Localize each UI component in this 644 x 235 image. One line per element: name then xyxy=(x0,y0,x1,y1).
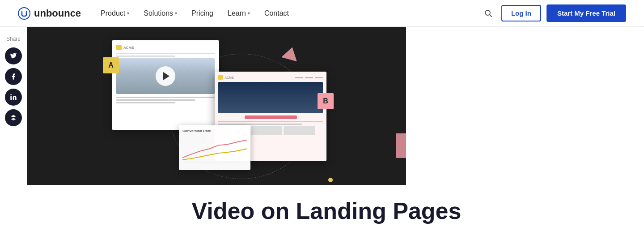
mockup-b-nav xyxy=(236,77,323,78)
unbounce-logo-icon xyxy=(18,7,30,20)
video-background: ↺ ACME xyxy=(27,27,406,185)
mockup-b-nav-item-2 xyxy=(305,77,313,78)
nav-learn-label: Learn xyxy=(228,9,246,17)
mockup-b-text-2 xyxy=(218,124,302,125)
mockup-a-text-2 xyxy=(116,99,195,101)
mockup-a: ACME xyxy=(112,40,219,130)
nav-item-solutions[interactable]: Solutions ▾ xyxy=(138,6,182,21)
nav-item-learn[interactable]: Learn ▾ xyxy=(222,6,255,21)
mockup-a-text-1 xyxy=(116,97,215,98)
deco-pink-triangle xyxy=(281,45,300,61)
deco-pink-rect-bottom xyxy=(396,133,406,158)
facebook-icon xyxy=(10,73,17,80)
mockup-b-house xyxy=(218,82,323,113)
navbar-left: unbounce Product ▾ Solutions ▾ Pricing L… xyxy=(18,6,294,21)
mockup-b-badge: B xyxy=(318,93,334,109)
login-button[interactable]: Log In xyxy=(501,5,541,21)
nav-solutions-label: Solutions xyxy=(144,9,173,17)
nav-item-contact[interactable]: Contact xyxy=(259,6,294,21)
mockup-b-text-1 xyxy=(218,121,323,122)
navbar-right: Log In Start My Free Trial xyxy=(481,4,626,22)
mockup-b-header: ACME xyxy=(218,75,323,80)
linkedin-icon xyxy=(10,94,17,101)
buffer-share-button[interactable] xyxy=(5,109,22,126)
mockup-b-hero xyxy=(218,82,323,113)
play-triangle-icon xyxy=(163,72,169,80)
logo[interactable]: unbounce xyxy=(18,7,81,20)
solutions-chevron-icon: ▾ xyxy=(175,11,177,16)
chart-area xyxy=(182,136,247,162)
nav-item-pricing[interactable]: Pricing xyxy=(186,6,219,21)
conversion-chart: Conversion Rate xyxy=(179,125,250,170)
nav-pricing-label: Pricing xyxy=(191,9,213,17)
mockup-b-block-3 xyxy=(284,126,315,135)
video-container[interactable]: ↺ ACME xyxy=(27,27,406,185)
search-icon xyxy=(484,9,492,17)
linkedin-share-button[interactable] xyxy=(5,89,22,106)
content-area: ↺ ACME xyxy=(27,27,644,224)
mockup-a-header: ACME xyxy=(116,45,215,50)
nav-product-label: Product xyxy=(101,9,125,17)
share-label: Share xyxy=(6,36,21,42)
chart-line-yellow xyxy=(182,149,247,160)
deco-dot-yellow-2 xyxy=(328,178,333,182)
mockup-a-text-3 xyxy=(116,102,175,103)
play-button-overlay[interactable] xyxy=(156,66,175,86)
logo-text: unbounce xyxy=(34,8,81,19)
mockup-b-nav-item-1 xyxy=(295,77,303,78)
mockup-b-cta xyxy=(245,115,297,119)
svg-point-3 xyxy=(10,94,12,95)
chart-svg xyxy=(182,136,247,162)
learn-chevron-icon: ▾ xyxy=(248,11,250,16)
svg-line-2 xyxy=(489,14,491,17)
page-title: Video on Landing Pages xyxy=(27,198,626,224)
mockup-b-block-2 xyxy=(251,126,282,135)
nav-links: Product ▾ Solutions ▾ Pricing Learn ▾ Co… xyxy=(95,6,294,21)
mockup-a-logo-dot xyxy=(116,45,122,50)
page-title-area: Video on Landing Pages xyxy=(27,185,644,224)
mockup-b-nav-item-3 xyxy=(315,77,323,78)
nav-item-product[interactable]: Product ▾ xyxy=(95,6,135,21)
mockup-a-badge: A xyxy=(103,57,119,73)
svg-point-0 xyxy=(18,8,30,19)
search-button[interactable] xyxy=(481,6,496,21)
twitter-icon xyxy=(10,52,17,60)
chart-line-pink xyxy=(182,140,247,158)
buffer-icon xyxy=(10,114,17,121)
mockup-b-logo xyxy=(218,75,223,80)
mockup-a-brand: ACME xyxy=(123,46,134,50)
mockup-a-nav-1 xyxy=(116,53,215,54)
trial-button[interactable]: Start My Free Trial xyxy=(547,4,626,22)
product-chevron-icon: ▾ xyxy=(127,11,129,16)
sidebar-share: Share xyxy=(0,27,27,224)
chart-title: Conversion Rate xyxy=(182,129,247,133)
nav-contact-label: Contact xyxy=(264,9,289,17)
twitter-share-button[interactable] xyxy=(5,47,22,64)
main-wrapper: Share xyxy=(0,27,644,224)
mockup-b-brand: ACME xyxy=(225,76,234,79)
mockup-a-hero-img xyxy=(116,58,215,94)
navbar: unbounce Product ▾ Solutions ▾ Pricing L… xyxy=(0,0,644,27)
mockup-a-nav-2 xyxy=(116,56,175,57)
facebook-share-button[interactable] xyxy=(5,68,22,85)
